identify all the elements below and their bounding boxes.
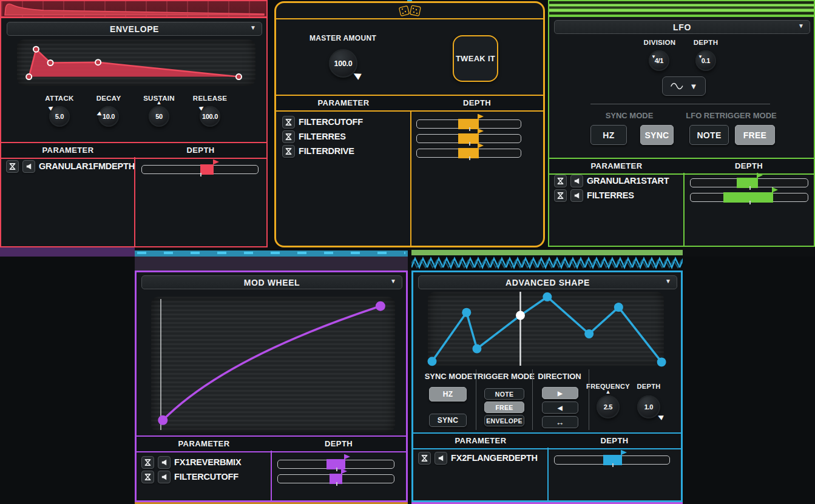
envelope-editor[interactable] [17, 39, 255, 86]
remove-icon[interactable] [554, 189, 567, 202]
chevron-down-icon[interactable]: ▼ [390, 278, 396, 284]
slider-track[interactable] [554, 455, 670, 465]
depth-slider[interactable] [277, 469, 394, 484]
lfo-title: LFO [673, 22, 691, 32]
trigger-free-button[interactable]: FREE [484, 402, 524, 413]
envelope-curve[interactable] [17, 39, 255, 86]
speaker-icon[interactable] [158, 471, 171, 483]
slider-flag-icon [757, 173, 763, 178]
depth-slider[interactable] [416, 129, 521, 144]
lfo-header[interactable]: LFO ▼ [554, 20, 810, 34]
randomizer-panel: MASTER AMOUNT ◀ 100.0 TWEAK IT PARAMETER… [274, 1, 545, 247]
speaker-icon[interactable] [435, 452, 447, 465]
slider-center-tick [336, 482, 337, 486]
depth-slider[interactable] [416, 144, 521, 158]
advshape-curve[interactable] [428, 292, 664, 366]
slider-center-tick [469, 156, 470, 160]
chevron-down-icon[interactable]: ▼ [798, 23, 804, 29]
modwheel-editor[interactable] [151, 297, 395, 432]
slider-track[interactable] [416, 149, 521, 158]
speaker-icon[interactable] [570, 175, 583, 187]
speaker-icon[interactable] [22, 160, 35, 173]
retrigger-note-button[interactable]: NOTE [689, 125, 729, 145]
modulation-matrix-view: ENVELOPE ▼ ATTACK DECAY SUSTAIN RELEASE … [0, 0, 815, 504]
master-amount-knob[interactable]: ◀ 100.0 [329, 49, 357, 78]
table-row: FX1REVERBMIX [141, 456, 241, 468]
decay-knob[interactable]: ◀ 10.0 [98, 106, 119, 127]
shape-sync-sync-button[interactable]: SYNC [429, 414, 467, 427]
depth-slider[interactable] [554, 451, 670, 465]
direction-forward-button[interactable]: ▶ [542, 387, 578, 399]
release-knob[interactable]: ▶ 100.0 [200, 106, 220, 127]
remove-icon[interactable] [418, 452, 431, 465]
remove-icon[interactable] [141, 456, 154, 469]
modwheel-title: MOD WHEEL [244, 278, 300, 287]
shape-sync-hz-button[interactable]: HZ [429, 387, 467, 402]
shape-depth-knob[interactable]: ◀ 1.0 [637, 395, 660, 418]
advshape-header[interactable]: ADVANCED SHAPE ▼ [418, 275, 677, 289]
direction-backward-button[interactable]: ◀ [542, 402, 578, 414]
table-row: FILTERCUTOFF [282, 116, 363, 128]
division-knob[interactable]: ▼ 4/1 [649, 50, 669, 71]
direction-pingpong-button[interactable]: ↔ [542, 416, 578, 428]
depth-slider[interactable] [690, 188, 808, 203]
sustain-knob[interactable]: ▲ 50 [149, 106, 169, 127]
chevron-down-icon[interactable]: ▼ [665, 278, 671, 284]
depth-slider[interactable] [141, 160, 259, 175]
master-amount-label: MASTER AMOUNT [309, 34, 376, 42]
depth-slider[interactable] [416, 115, 521, 129]
remove-icon[interactable] [6, 160, 19, 173]
chevron-down-icon[interactable]: ▼ [250, 25, 256, 31]
parameter-name: FILTERDRIVE [299, 146, 354, 156]
release-label: RELEASE [193, 95, 227, 102]
remove-icon[interactable] [554, 175, 567, 187]
slider-track[interactable] [690, 193, 808, 202]
speaker-icon[interactable] [158, 456, 171, 469]
sync-mode-hz-button[interactable]: HZ [590, 125, 627, 145]
sine-wave-icon [671, 82, 688, 90]
dice-icon [396, 4, 424, 18]
speaker-icon[interactable] [570, 189, 583, 202]
slider-track[interactable] [690, 178, 808, 187]
tweak-it-button[interactable]: TWEAK IT [453, 35, 498, 82]
slider-track[interactable] [416, 119, 521, 129]
slider-range-block[interactable] [200, 164, 214, 175]
zigzag-pattern [411, 255, 683, 271]
modwheel-header[interactable]: MOD WHEEL ▼ [141, 275, 402, 289]
remove-icon[interactable] [282, 116, 295, 129]
trigger-note-button[interactable]: NOTE [484, 388, 524, 400]
waveform-selector[interactable]: ▼ [662, 76, 706, 96]
slider-track[interactable] [277, 460, 394, 469]
slider-range-block[interactable] [723, 192, 773, 203]
lfo-depth-label: DEPTH [694, 39, 718, 46]
randomizer-header[interactable] [276, 3, 543, 19]
attack-knob[interactable]: ▶ 5.0 [49, 106, 70, 127]
slider-center-tick [749, 201, 751, 204]
remove-icon[interactable] [141, 471, 154, 483]
slider-track[interactable] [141, 165, 259, 174]
randomizer-column-divider [410, 111, 411, 246]
slider-track[interactable] [277, 474, 394, 483]
remove-icon[interactable] [282, 145, 295, 158]
modwheel-curve[interactable] [151, 297, 395, 432]
parameter-name: GRANULAR1FMDEPTH [39, 161, 135, 171]
trigger-envelope-button[interactable]: ENVELOPE [484, 415, 524, 426]
advshape-editor[interactable] [428, 292, 664, 366]
depth-slider[interactable] [690, 173, 808, 188]
remove-icon[interactable] [282, 130, 295, 143]
lfo-depth-knob[interactable]: ▼ 0.1 [695, 50, 716, 71]
slider-center-tick [200, 173, 201, 176]
retrigger-free-button[interactable]: FREE [735, 125, 775, 145]
envelope-title: ENVELOPE [110, 24, 159, 34]
decay-label: DECAY [96, 95, 121, 102]
sync-mode-sync-button[interactable]: SYNC [640, 125, 674, 145]
table-row: FILTERCUTOFF [141, 471, 238, 483]
lfo-top-band [548, 0, 815, 16]
depth-slider[interactable] [277, 455, 394, 469]
sync-mode-label: SYNC MODE [606, 111, 654, 120]
group-separator [589, 369, 589, 430]
frequency-knob[interactable]: ▲ 2.5 [597, 395, 620, 418]
envelope-header[interactable]: ENVELOPE ▼ [7, 22, 262, 36]
slider-range-block[interactable] [737, 178, 758, 188]
slider-track[interactable] [416, 134, 521, 143]
